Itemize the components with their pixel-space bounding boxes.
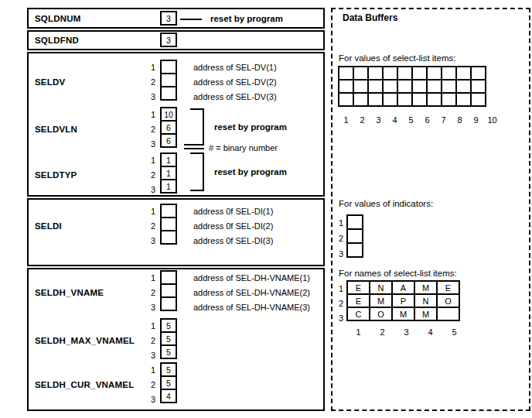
indicators-caption: For values of indicators: bbox=[339, 199, 433, 208]
field-label-seldh-max-vnamel: SELDH_MAX_VNAMEL bbox=[35, 335, 135, 346]
field-label-seldi: SELDI bbox=[35, 221, 62, 231]
names-grid-caption: For names of select-list items: bbox=[339, 269, 457, 278]
names-grid-column-labels: 1 2 3 4 5 bbox=[346, 327, 466, 337]
seldi-annotations: address 0f SEL-DI(1) address 0f SEL-DI(2… bbox=[193, 204, 273, 248]
binary-number-note: # = binary number bbox=[209, 142, 278, 153]
sqldnum-value: 3 bbox=[161, 12, 176, 25]
names-grid: E N A M E E M P N O C O M M bbox=[346, 280, 460, 321]
seldv-cells bbox=[160, 60, 177, 101]
sqlda-diagram: SQLDNUM 3 reset by program SQLDFND 3 SEL… bbox=[0, 0, 532, 418]
seldv-row-numbers: 1 2 3 bbox=[143, 60, 155, 104]
values-buffer-grid bbox=[338, 66, 486, 107]
equals-sign bbox=[184, 144, 204, 149]
indicators-grid bbox=[346, 214, 363, 258]
seldtyp-row-numbers: 1 2 3 bbox=[143, 153, 155, 197]
sqldnum-value-box: 3 bbox=[160, 11, 177, 26]
seldh-cur-cells: 5 5 4 bbox=[160, 362, 177, 403]
data-buffers-title: Data Buffers bbox=[343, 12, 397, 23]
field-label-seldvln: SELDVLN bbox=[35, 124, 77, 135]
seldtyp-bracket bbox=[190, 152, 204, 191]
connector-line bbox=[180, 19, 202, 20]
sqldfnd-value-box: 3 bbox=[160, 33, 177, 47]
field-label-sqldnum: SQLDNUM bbox=[35, 13, 81, 24]
seldtyp-note: reset by program bbox=[214, 166, 287, 177]
field-label-sqldfnd: SQLDFND bbox=[35, 35, 79, 46]
seldh-vname-cells bbox=[160, 270, 177, 311]
values-grid-caption: For values of select-list items: bbox=[339, 53, 455, 63]
seldh-vname-annotations: address of SEL-DH-VNAME(1) address of SE… bbox=[193, 271, 310, 315]
values-grid-column-labels: 1 2 3 4 5 6 7 8 9 10 bbox=[338, 115, 500, 125]
seldvln-note: reset by program bbox=[214, 122, 287, 132]
seldh-vname-row-numbers: 1 2 3 bbox=[143, 271, 155, 315]
names-grid-row-labels: 1 2 3 bbox=[334, 282, 343, 326]
seldi-row-numbers: 1 2 3 bbox=[143, 204, 155, 248]
sqldfnd-value: 3 bbox=[161, 33, 176, 46]
field-label-seldv: SELDV bbox=[35, 77, 65, 87]
seldh-max-cells: 5 5 5 bbox=[160, 318, 177, 359]
seldh-max-row-numbers: 1 2 3 bbox=[143, 319, 155, 363]
seldvln-cells: 10 6 6 bbox=[160, 107, 177, 148]
seldh-cur-row-numbers: 1 2 3 bbox=[143, 363, 155, 407]
seldvln-bracket bbox=[190, 108, 204, 146]
field-label-seldh-cur-vnamel: SELDH_CUR_VNAMEL bbox=[35, 379, 134, 390]
seldi-cells bbox=[160, 204, 177, 245]
field-label-seldtyp: SELDTYP bbox=[35, 170, 77, 180]
seldv-annotations: address of SEL-DV(1) address of SEL-DV(2… bbox=[193, 60, 277, 104]
seldtyp-cells: 1 1 1 bbox=[160, 152, 177, 194]
sqldnum-note: reset by program bbox=[210, 13, 283, 24]
field-label-seldh-vname: SELDH_VNAME bbox=[35, 287, 104, 298]
seldvln-row-numbers: 1 2 3 bbox=[143, 108, 155, 152]
indicators-row-labels: 1 2 3 bbox=[334, 215, 343, 262]
